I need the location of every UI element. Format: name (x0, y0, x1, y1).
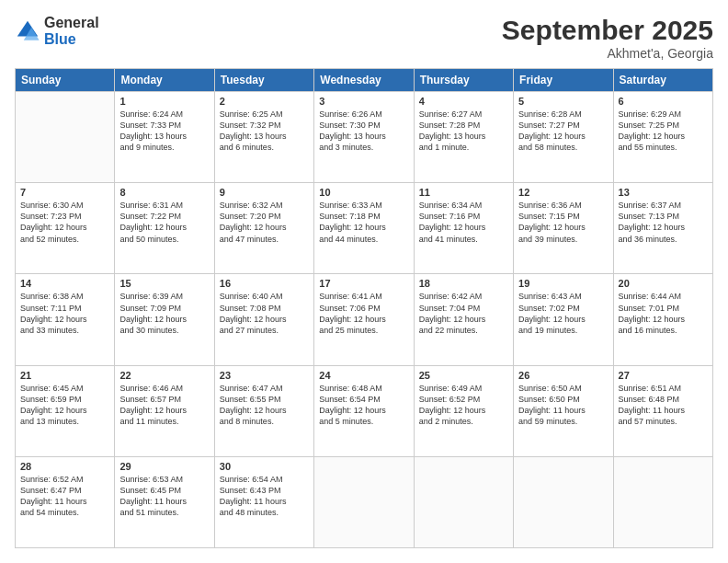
day-info: Sunrise: 6:25 AM Sunset: 7:32 PM Dayligh… (220, 109, 309, 154)
day-info: Sunrise: 6:33 AM Sunset: 7:18 PM Dayligh… (319, 200, 408, 245)
calendar-header-row: SundayMondayTuesdayWednesdayThursdayFrid… (16, 69, 713, 92)
day-info: Sunrise: 6:32 AM Sunset: 7:20 PM Dayligh… (220, 200, 309, 245)
day-info: Sunrise: 6:37 AM Sunset: 7:13 PM Dayligh… (619, 200, 708, 245)
day-number: 2 (220, 96, 309, 107)
col-header-sunday: Sunday (16, 69, 115, 92)
day-number: 16 (220, 278, 309, 289)
day-info: Sunrise: 6:51 AM Sunset: 6:48 PM Dayligh… (619, 383, 708, 428)
calendar-cell: 9Sunrise: 6:32 AM Sunset: 7:20 PM Daylig… (214, 183, 313, 274)
page: General Blue September 2025 Akhmet'a, Ge… (0, 0, 728, 563)
day-number: 22 (119, 370, 209, 381)
calendar-week-row: 21Sunrise: 6:45 AM Sunset: 6:59 PM Dayli… (16, 365, 713, 456)
calendar-week-row: 28Sunrise: 6:52 AM Sunset: 6:47 PM Dayli… (16, 456, 713, 547)
calendar-cell: 20Sunrise: 6:44 AM Sunset: 7:01 PM Dayli… (613, 274, 712, 365)
day-number: 19 (518, 278, 608, 289)
calendar-cell: 22Sunrise: 6:46 AM Sunset: 6:57 PM Dayli… (115, 365, 214, 456)
col-header-saturday: Saturday (613, 69, 712, 92)
header: General Blue September 2025 Akhmet'a, Ge… (15, 15, 713, 61)
day-number: 27 (619, 370, 708, 381)
calendar-week-row: 14Sunrise: 6:38 AM Sunset: 7:11 PM Dayli… (16, 274, 713, 365)
col-header-monday: Monday (115, 69, 214, 92)
calendar-cell: 16Sunrise: 6:40 AM Sunset: 7:08 PM Dayli… (214, 274, 313, 365)
calendar-cell: 24Sunrise: 6:48 AM Sunset: 6:54 PM Dayli… (314, 365, 414, 456)
day-number: 13 (619, 187, 708, 198)
day-number: 11 (419, 187, 508, 198)
calendar-cell: 11Sunrise: 6:34 AM Sunset: 7:16 PM Dayli… (414, 183, 513, 274)
day-info: Sunrise: 6:48 AM Sunset: 6:54 PM Dayligh… (319, 383, 408, 428)
day-info: Sunrise: 6:30 AM Sunset: 7:23 PM Dayligh… (20, 200, 109, 245)
day-number: 7 (20, 187, 109, 198)
day-number: 30 (220, 461, 309, 472)
calendar-cell: 17Sunrise: 6:41 AM Sunset: 7:06 PM Dayli… (314, 274, 414, 365)
calendar-cell: 10Sunrise: 6:33 AM Sunset: 7:18 PM Dayli… (314, 183, 414, 274)
day-number: 26 (518, 370, 608, 381)
day-info: Sunrise: 6:41 AM Sunset: 7:06 PM Dayligh… (319, 291, 408, 336)
calendar-cell: 13Sunrise: 6:37 AM Sunset: 7:13 PM Dayli… (613, 183, 712, 274)
day-info: Sunrise: 6:31 AM Sunset: 7:22 PM Dayligh… (119, 200, 209, 245)
day-info: Sunrise: 6:52 AM Sunset: 6:47 PM Dayligh… (20, 474, 109, 519)
day-info: Sunrise: 6:49 AM Sunset: 6:52 PM Dayligh… (419, 383, 508, 428)
day-info: Sunrise: 6:54 AM Sunset: 6:43 PM Dayligh… (220, 474, 309, 519)
day-number: 18 (419, 278, 508, 289)
day-info: Sunrise: 6:43 AM Sunset: 7:02 PM Dayligh… (518, 291, 608, 336)
day-info: Sunrise: 6:34 AM Sunset: 7:16 PM Dayligh… (419, 200, 508, 245)
logo-icon (15, 18, 40, 44)
calendar-cell: 14Sunrise: 6:38 AM Sunset: 7:11 PM Dayli… (16, 274, 115, 365)
day-number: 29 (119, 461, 209, 472)
day-info: Sunrise: 6:46 AM Sunset: 6:57 PM Dayligh… (119, 383, 209, 428)
day-number: 6 (619, 96, 708, 107)
day-info: Sunrise: 6:47 AM Sunset: 6:55 PM Dayligh… (220, 383, 309, 428)
calendar-cell: 29Sunrise: 6:53 AM Sunset: 6:45 PM Dayli… (115, 456, 214, 547)
calendar-week-row: 1Sunrise: 6:24 AM Sunset: 7:33 PM Daylig… (16, 92, 713, 183)
day-number: 1 (119, 96, 209, 107)
calendar-cell: 28Sunrise: 6:52 AM Sunset: 6:47 PM Dayli… (16, 456, 115, 547)
day-number: 20 (619, 278, 708, 289)
day-info: Sunrise: 6:26 AM Sunset: 7:30 PM Dayligh… (319, 109, 408, 154)
day-info: Sunrise: 6:44 AM Sunset: 7:01 PM Dayligh… (619, 291, 708, 336)
title-block: September 2025 Akhmet'a, Georgia (502, 15, 713, 61)
day-info: Sunrise: 6:36 AM Sunset: 7:15 PM Dayligh… (518, 200, 608, 245)
day-info: Sunrise: 6:40 AM Sunset: 7:08 PM Dayligh… (220, 291, 309, 336)
day-number: 14 (20, 278, 109, 289)
calendar-cell: 3Sunrise: 6:26 AM Sunset: 7:30 PM Daylig… (314, 92, 414, 183)
calendar-cell: 1Sunrise: 6:24 AM Sunset: 7:33 PM Daylig… (115, 92, 214, 183)
day-number: 5 (518, 96, 608, 107)
calendar-table: SundayMondayTuesdayWednesdayThursdayFrid… (15, 68, 713, 548)
day-number: 10 (319, 187, 408, 198)
calendar-cell: 27Sunrise: 6:51 AM Sunset: 6:48 PM Dayli… (613, 365, 712, 456)
day-info: Sunrise: 6:28 AM Sunset: 7:27 PM Dayligh… (518, 109, 608, 154)
calendar-cell: 25Sunrise: 6:49 AM Sunset: 6:52 PM Dayli… (414, 365, 513, 456)
col-header-wednesday: Wednesday (314, 69, 414, 92)
day-number: 24 (319, 370, 408, 381)
calendar-cell: 19Sunrise: 6:43 AM Sunset: 7:02 PM Dayli… (514, 274, 613, 365)
day-info: Sunrise: 6:24 AM Sunset: 7:33 PM Dayligh… (119, 109, 209, 154)
day-info: Sunrise: 6:53 AM Sunset: 6:45 PM Dayligh… (119, 474, 209, 519)
calendar-cell: 7Sunrise: 6:30 AM Sunset: 7:23 PM Daylig… (16, 183, 115, 274)
calendar-cell: 4Sunrise: 6:27 AM Sunset: 7:28 PM Daylig… (414, 92, 513, 183)
day-number: 28 (20, 461, 109, 472)
col-header-thursday: Thursday (414, 69, 513, 92)
day-number: 25 (419, 370, 508, 381)
day-number: 4 (419, 96, 508, 107)
day-info: Sunrise: 6:42 AM Sunset: 7:04 PM Dayligh… (419, 291, 508, 336)
calendar-cell: 8Sunrise: 6:31 AM Sunset: 7:22 PM Daylig… (115, 183, 214, 274)
calendar-week-row: 7Sunrise: 6:30 AM Sunset: 7:23 PM Daylig… (16, 183, 713, 274)
calendar-cell: 15Sunrise: 6:39 AM Sunset: 7:09 PM Dayli… (115, 274, 214, 365)
day-info: Sunrise: 6:38 AM Sunset: 7:11 PM Dayligh… (20, 291, 109, 336)
calendar-cell (314, 456, 414, 547)
calendar-cell: 12Sunrise: 6:36 AM Sunset: 7:15 PM Dayli… (514, 183, 613, 274)
logo-text: General Blue (44, 15, 99, 47)
calendar-cell: 23Sunrise: 6:47 AM Sunset: 6:55 PM Dayli… (214, 365, 313, 456)
month-title: September 2025 (502, 15, 713, 46)
calendar-cell: 21Sunrise: 6:45 AM Sunset: 6:59 PM Dayli… (16, 365, 115, 456)
day-number: 15 (119, 278, 209, 289)
day-info: Sunrise: 6:27 AM Sunset: 7:28 PM Dayligh… (419, 109, 508, 154)
day-number: 21 (20, 370, 109, 381)
calendar-cell (613, 456, 712, 547)
calendar-cell: 5Sunrise: 6:28 AM Sunset: 7:27 PM Daylig… (514, 92, 613, 183)
logo-general: General (44, 15, 99, 31)
col-header-friday: Friday (514, 69, 613, 92)
day-number: 8 (119, 187, 209, 198)
day-number: 3 (319, 96, 408, 107)
col-header-tuesday: Tuesday (214, 69, 313, 92)
